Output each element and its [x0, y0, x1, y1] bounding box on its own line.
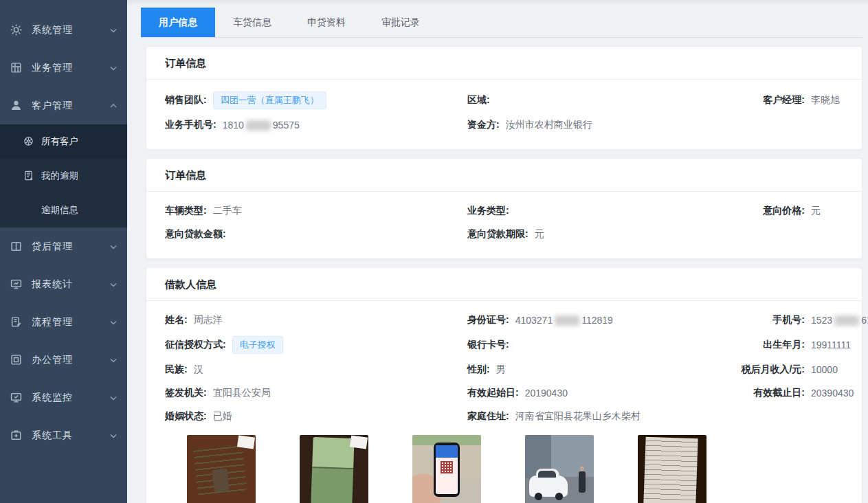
- sidebar-item-label: 客户管理: [32, 100, 109, 112]
- chevron-down-icon: [109, 356, 118, 364]
- sidebar-item-label: 系统管理: [32, 24, 109, 36]
- grid-icon: [10, 62, 22, 74]
- order-detail-card: 订单信息 车辆类型: 二手车 业务类型: 意向价格: 元 意向贷款金额:: [146, 158, 863, 259]
- redaction-blur: [246, 120, 271, 131]
- field-empty: [739, 118, 848, 133]
- sidebar-item-label: 贷后管理: [32, 241, 109, 253]
- chevron-down-icon: [109, 394, 118, 402]
- photo-item: 人车合影: [525, 435, 594, 503]
- sidebar-item-label: 报表统计: [32, 278, 109, 291]
- gear-icon: [10, 24, 22, 36]
- sidebar-nav: 系统管理 业务管理 客户管理: [0, 0, 127, 454]
- sidebar-item-report-stats[interactable]: 报表统计: [0, 265, 127, 303]
- sidebar-item-business-mgmt[interactable]: 业务管理: [0, 49, 127, 87]
- wheel-icon: [23, 136, 34, 147]
- card-title: 借款人信息: [146, 268, 862, 301]
- borrower-info-card: 借款人信息 姓名: 周志洋 身份证号: 4103271112819 手机号: 1…: [146, 267, 863, 503]
- chevron-down-icon: [109, 26, 118, 34]
- sidebar: 系统管理 业务管理 客户管理: [0, 0, 127, 503]
- chevron-down-icon: [109, 280, 118, 289]
- field-grid: 姓名: 周志洋 身份证号: 4103271112819 手机号: 1523613…: [146, 301, 862, 424]
- field-sales-team: 销售团队: 四团一营（直属王鹏飞）: [165, 91, 467, 109]
- toolbox-icon: [10, 429, 22, 442]
- document-photo-row: 人像面 登记证书 征信授权: [187, 435, 862, 503]
- sidebar-item-system-tools[interactable]: 系统工具: [0, 416, 127, 454]
- content-area: 用户信息 车贷信息 申贷资料 审批记录 订单信息 销售团队: 四团一营（直属王鹏…: [127, 0, 868, 503]
- field-empty: [739, 409, 868, 424]
- photo-item: 其他材料: [638, 435, 706, 503]
- notebook-icon: [23, 170, 34, 181]
- field-funding-party: 资金方: 汝州市农村商业银行: [467, 118, 739, 133]
- top-shadow-strip: [127, 0, 868, 7]
- sidebar-item-postloan-mgmt[interactable]: 贷后管理: [0, 227, 127, 265]
- field-issuing-authority: 签发机关: 宜阳县公安局: [165, 385, 467, 401]
- field-grid: 销售团队: 四团一营（直属王鹏飞） 区域: 客户经理: 李晓旭 业务手机号: 1…: [146, 80, 862, 149]
- sidebar-item-label: 系统工具: [32, 429, 109, 442]
- field-vehicle-type: 车辆类型: 二手车: [165, 203, 467, 219]
- card-title: 订单信息: [146, 159, 862, 192]
- handwritten-document-photo[interactable]: [638, 435, 706, 503]
- redaction-blur: [834, 315, 859, 326]
- sidebar-item-system-mgmt[interactable]: 系统管理: [0, 11, 127, 49]
- workflow-icon: [10, 316, 22, 328]
- chevron-down-icon: [109, 318, 118, 326]
- tab-approval-records[interactable]: 审批记录: [364, 8, 438, 37]
- sidebar-item-label: 办公管理: [32, 354, 109, 366]
- book-icon: [10, 241, 22, 253]
- chevron-up-icon: [109, 102, 118, 110]
- field-credit-auth-method: 征信授权方式: 电子授权: [165, 336, 467, 354]
- field-region: 区域:: [467, 91, 739, 109]
- photo-item: 人像面: [187, 435, 256, 503]
- field-name: 姓名: 周志洋: [165, 313, 467, 328]
- field-birth-date: 出生年月: 19911111: [739, 336, 868, 354]
- field-valid-from: 有效起始日: 20190430: [467, 385, 739, 401]
- field-account-manager: 客户经理: 李晓旭: [739, 91, 848, 109]
- sidebar-item-my-overdue[interactable]: 我的逾期: [0, 159, 127, 193]
- office-icon: [10, 354, 22, 366]
- field-intended-loan-amount: 意向贷款金额:: [165, 227, 467, 242]
- chevron-down-icon: [109, 64, 118, 72]
- phone-authorization-photo[interactable]: [412, 435, 481, 503]
- field-valid-until: 有效截止日: 20390430: [739, 385, 868, 401]
- tab-user-info[interactable]: 用户信息: [141, 8, 215, 37]
- sidebar-item-workflow-mgmt[interactable]: 流程管理: [0, 303, 127, 341]
- sidebar-item-label: 业务管理: [32, 62, 109, 74]
- sidebar-item-label: 流程管理: [32, 316, 109, 328]
- sidebar-item-customer-mgmt[interactable]: 客户管理: [0, 87, 127, 124]
- order-info-card: 订单信息 销售团队: 四团一营（直属王鹏飞） 区域: 客户经理: 李晓旭 业务手…: [146, 46, 863, 150]
- tab-loan-application-docs[interactable]: 申贷资料: [289, 8, 364, 37]
- sidebar-item-all-customers[interactable]: 所有客户: [0, 124, 127, 159]
- app-window: 系统管理 业务管理 客户管理: [0, 0, 868, 503]
- person-car-photo[interactable]: [525, 435, 594, 503]
- field-monthly-income: 税后月收入/元: 10000: [739, 362, 868, 377]
- sales-team-tag[interactable]: 四团一营（直属王鹏飞）: [213, 91, 326, 109]
- field-id-number: 身份证号: 4103271112819: [467, 313, 739, 328]
- sidebar-item-system-monitor[interactable]: 系统监控: [0, 379, 127, 416]
- field-business-phone: 业务手机号: 181095575: [165, 118, 467, 133]
- chevron-down-icon: [109, 243, 118, 251]
- field-empty: [739, 227, 848, 242]
- customer-mgmt-submenu: 所有客户 我的逾期 逾期信息: [0, 124, 127, 227]
- sidebar-item-overdue-info[interactable]: 逾期信息: [0, 193, 127, 227]
- monitor-check-icon: [10, 392, 22, 404]
- photo-item: 征信授权: [412, 435, 481, 503]
- sidebar-item-label: 我的逾期: [41, 170, 78, 182]
- field-grid: 车辆类型: 二手车 业务类型: 意向价格: 元 意向贷款金额: 意向贷款期限:: [146, 192, 862, 258]
- tab-car-loan-info[interactable]: 车贷信息: [215, 8, 289, 37]
- sidebar-item-office-mgmt[interactable]: 办公管理: [0, 341, 127, 379]
- field-bank-card: 银行卡号:: [467, 336, 739, 354]
- field-marital-status: 婚姻状态: 已婚: [165, 409, 467, 424]
- field-intended-loan-term: 意向贷款期限: 元: [467, 227, 739, 242]
- field-mobile: 手机号: 15236137: [739, 313, 868, 328]
- field-intended-price: 意向价格: 元: [739, 203, 848, 219]
- id-card-photo[interactable]: [187, 435, 256, 503]
- registration-book-photo[interactable]: [300, 435, 368, 503]
- sidebar-item-label: 所有客户: [41, 135, 78, 148]
- sidebar-item-label: 系统监控: [32, 392, 109, 404]
- sidebar-item-label: 逾期信息: [41, 204, 78, 216]
- field-ethnicity: 民族: 汉: [165, 362, 467, 377]
- photo-item: 登记证书: [300, 435, 368, 503]
- e-auth-tag[interactable]: 电子授权: [232, 336, 283, 354]
- chevron-down-icon: [109, 432, 118, 440]
- field-gender: 性别: 男: [467, 362, 739, 377]
